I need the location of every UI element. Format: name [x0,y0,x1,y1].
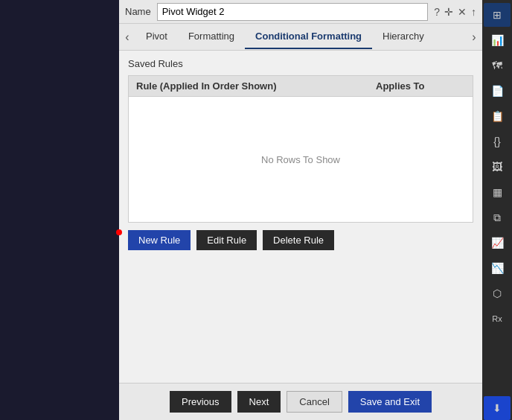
tab-formatting[interactable]: Formatting [178,25,245,49]
column-rule-header: Rule (Applied In Order Shown) [136,80,376,92]
sidebar-icon-chart-line[interactable]: 📈 [484,231,511,255]
cancel-button[interactable]: Cancel [287,391,342,413]
content-area: Saved Rules Rule (Applied In Order Shown… [119,51,482,383]
name-label: Name [125,6,151,17]
left-panel [0,0,119,420]
sidebar-icon-grid[interactable]: ▦ [484,180,511,204]
tab-hierarchy[interactable]: Hierarchy [372,25,435,49]
tab-nav-right[interactable]: › [466,31,482,44]
widget-name-input[interactable] [157,3,429,21]
red-dot-indicator [116,229,122,235]
sidebar-icon-doc[interactable]: 📋 [484,104,511,128]
sidebar-icon-download[interactable]: ⬇ [484,396,511,420]
sidebar-icon-copy[interactable]: ⧉ [484,206,511,229]
tab-pivot[interactable]: Pivot [135,25,178,49]
help-icon[interactable]: ? [434,6,440,18]
previous-button[interactable]: Previous [170,391,231,413]
sidebar-icon-chart2[interactable]: 📉 [484,256,511,280]
scroll-top-icon[interactable]: ↑ [471,6,476,18]
tab-conditional-formatting[interactable]: Conditional Formatting [245,25,372,49]
sidebar-icon-image[interactable]: 🖼 [484,155,511,179]
close-icon[interactable]: ✕ [458,6,467,18]
save-exit-button[interactable]: Save and Exit [348,391,432,413]
move-icon[interactable]: ✛ [444,6,453,18]
rule-buttons-row: New Rule Edit Rule Delete Rule [128,230,473,250]
right-sidebar: ⊞ 📊 🗺 📄 📋 {} 🖼 ▦ ⧉ 📈 📉 ⬡ Rx ⬇ [482,0,512,420]
table-body: No Rows To Show [128,96,473,223]
sidebar-icon-map[interactable]: 🗺 [484,54,511,77]
sidebar-icon-file[interactable]: 📄 [484,79,511,103]
table-header: Rule (Applied In Order Shown) Applies To [128,75,473,96]
footer: Previous Next Cancel Save and Exit [119,383,482,420]
bottom-spacer [128,250,473,375]
main-container: Name ? ✛ ✕ ↑ ‹ Pivot Formatting Conditio… [119,0,482,420]
sidebar-icon-flow[interactable]: ⬡ [484,281,511,305]
saved-rules-label: Saved Rules [128,58,473,69]
column-applies-header: Applies To [376,80,465,92]
sidebar-icon-chart-bar[interactable]: 📊 [484,28,511,52]
edit-rule-button[interactable]: Edit Rule [196,230,257,250]
tab-nav-left[interactable]: ‹ [119,31,135,44]
sidebar-icon-table[interactable]: ⊞ [484,3,511,27]
sidebar-icon-plugin[interactable]: Rx [484,307,511,331]
delete-rule-button[interactable]: Delete Rule [263,230,334,250]
title-bar: Name ? ✛ ✕ ↑ [119,0,482,24]
sidebar-icon-code[interactable]: {} [484,130,511,153]
title-icons: ? ✛ ✕ ↑ [434,6,476,18]
new-rule-button[interactable]: New Rule [128,230,191,250]
tabs-bar: ‹ Pivot Formatting Conditional Formattin… [119,24,482,51]
next-button[interactable]: Next [237,391,281,413]
no-rows-message: No Rows To Show [261,154,340,165]
